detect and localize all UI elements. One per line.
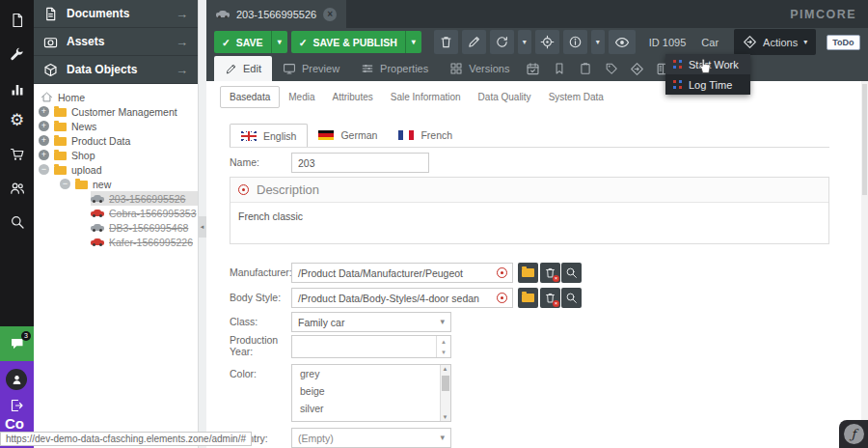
save-button[interactable]: ✓SAVE ▾ — [214, 31, 287, 53]
actions-button[interactable]: Actions ▾ — [734, 29, 816, 55]
menu-item-log-time[interactable]: Log Time — [665, 74, 750, 95]
rename-button[interactable] — [462, 30, 486, 54]
scrollbar-thumb[interactable] — [442, 376, 449, 391]
info-button[interactable] — [563, 30, 587, 54]
tab-notes-clipboard-icon[interactable] — [572, 56, 598, 81]
tab-system-data[interactable]: System Data — [540, 87, 612, 107]
tree-item-object[interactable]: Cobra-1566995353 — [34, 206, 198, 220]
manufacturer-open-folder-button[interactable] — [518, 263, 538, 283]
sidebar-section-assets[interactable]: Assets → — [34, 28, 198, 56]
ecommerce-cart-icon[interactable] — [0, 140, 34, 169]
save-options-caret[interactable]: ▾ — [271, 31, 287, 53]
menu-item-label: Log Time — [689, 79, 732, 91]
corner-script-badge[interactable]: ƒ — [839, 420, 868, 448]
reload-button[interactable] — [490, 30, 514, 54]
tree-item-folder[interactable]: + Customer Management — [34, 104, 198, 119]
settings-gear-icon[interactable]: ⚙ — [0, 105, 34, 134]
tab-preview[interactable]: Preview — [272, 56, 350, 81]
name-input[interactable] — [291, 153, 429, 173]
color-listbox[interactable]: grey beige silver ▲ ▼ — [291, 364, 451, 422]
content-tabs: Basedata Media Attributes Sale Informati… — [220, 86, 612, 108]
tree-item-folder[interactable]: + Product Data — [34, 133, 198, 148]
search-icon[interactable] — [0, 208, 34, 237]
caret-down-icon: ▾ — [440, 317, 445, 326]
tab-lang-english[interactable]: English — [230, 124, 308, 147]
collapse-minus-icon[interactable]: − — [39, 164, 49, 175]
open-object-tab[interactable]: 203-1566995526 × — [206, 0, 346, 28]
scroll-down-icon[interactable]: ▼ — [441, 414, 449, 420]
country-select[interactable]: (Empty) ▾ — [291, 428, 451, 448]
close-tab-icon[interactable]: × — [323, 8, 337, 21]
file-icon[interactable] — [0, 6, 34, 35]
color-option[interactable]: grey — [292, 365, 450, 382]
tab-workflow-diamond-icon[interactable] — [624, 56, 650, 81]
lang-label: German — [340, 129, 377, 141]
tab-lang-french[interactable]: French — [388, 124, 463, 147]
body-style-search-button[interactable] — [561, 288, 582, 308]
tree-item-folder[interactable]: + News — [34, 119, 198, 133]
color-option[interactable]: beige — [292, 382, 450, 400]
expand-plus-icon[interactable]: + — [39, 150, 49, 160]
tab-schedule-calendar-icon[interactable] — [520, 56, 546, 81]
color-option[interactable]: silver — [292, 400, 450, 417]
collapse-panel-handle[interactable]: ◂ — [198, 216, 206, 238]
tab-edit[interactable]: Edit — [214, 56, 272, 81]
tab-data-quality[interactable]: Data Quality — [470, 87, 540, 107]
spinner-arrows[interactable]: ▲▼ — [436, 336, 450, 357]
tab-sale-information[interactable]: Sale Information — [382, 87, 470, 107]
scrollbar-thumb[interactable] — [862, 84, 867, 195]
info-options-caret[interactable]: ▾ — [591, 30, 605, 54]
tree-item-folder[interactable]: + Shop — [34, 148, 198, 162]
sidebar-section-documents[interactable]: Documents → — [34, 0, 198, 28]
avatar[interactable] — [6, 369, 27, 390]
class-select[interactable]: Family car ▾ — [291, 312, 451, 332]
expand-plus-icon[interactable]: + — [39, 106, 49, 117]
scroll-up-icon[interactable]: ▲ — [441, 366, 449, 372]
reload-options-caret[interactable]: ▾ — [518, 30, 531, 54]
tab-media[interactable]: Media — [280, 87, 323, 107]
body-style-remove-button[interactable]: × — [540, 288, 560, 308]
tab-attributes[interactable]: Attributes — [324, 87, 382, 107]
locate-in-tree-button[interactable] — [535, 30, 559, 54]
tab-properties[interactable]: Properties — [350, 56, 439, 81]
description-text[interactable]: French classic — [231, 203, 828, 230]
mouse-cursor-hand — [698, 58, 713, 74]
tree-item-folder[interactable]: − new — [34, 177, 198, 191]
manufacturer-input[interactable]: /Product Data/Manufacturer/Peugeot — [291, 263, 513, 283]
tab-tags-icon[interactable] — [598, 56, 624, 81]
tree-item-object[interactable]: DB3-1566995468 — [34, 220, 198, 235]
delete-button[interactable] — [434, 30, 458, 54]
tree-item-label: News — [71, 121, 96, 132]
tree-item-object-selected[interactable]: 203-1566995526 — [34, 191, 198, 206]
body-style-open-folder-button[interactable] — [518, 288, 538, 308]
documents-icon — [43, 7, 58, 21]
tab-lang-german[interactable]: German — [308, 124, 388, 147]
tree-item-home[interactable]: Home — [34, 90, 198, 104]
save-publish-options-caret[interactable]: ▾ — [405, 31, 421, 53]
logout-icon[interactable] — [9, 398, 24, 413]
tab-dependencies-bookmark-icon[interactable] — [546, 56, 572, 81]
open-preview-eye-button[interactable] — [609, 30, 636, 54]
chat-button[interactable]: 3 — [0, 326, 34, 361]
person-icon — [11, 374, 23, 386]
tab-basedata[interactable]: Basedata — [220, 86, 280, 108]
expand-plus-icon[interactable]: + — [39, 121, 49, 131]
sidebar-section-data-objects[interactable]: Data Objects → — [34, 56, 198, 84]
production-year-spinner[interactable]: ▲▼ — [291, 335, 451, 358]
tree-item-folder[interactable]: − upload — [34, 162, 198, 177]
save-publish-button[interactable]: ✓SAVE & PUBLISH ▾ — [291, 31, 421, 53]
tools-wrench-icon[interactable] — [0, 41, 34, 70]
manufacturer-search-button[interactable] — [561, 263, 582, 283]
users-icon[interactable] — [0, 174, 34, 203]
manufacturer-remove-button[interactable]: × — [540, 263, 560, 283]
tree-item-object[interactable]: Kafer-1566995226 — [34, 235, 198, 249]
collapse-minus-icon[interactable]: − — [60, 179, 70, 189]
body-style-input[interactable]: /Product Data/Body-Styles/4-door sedan — [291, 288, 513, 308]
content-scrollbar[interactable] — [861, 81, 868, 448]
tab-versions[interactable]: Versions — [439, 56, 520, 81]
assets-camera-icon — [43, 35, 58, 49]
expand-plus-icon[interactable]: + — [39, 135, 49, 146]
reports-chart-icon[interactable] — [0, 75, 34, 104]
relation-target-icon — [497, 293, 507, 303]
listbox-scrollbar[interactable]: ▲ ▼ — [440, 365, 450, 421]
